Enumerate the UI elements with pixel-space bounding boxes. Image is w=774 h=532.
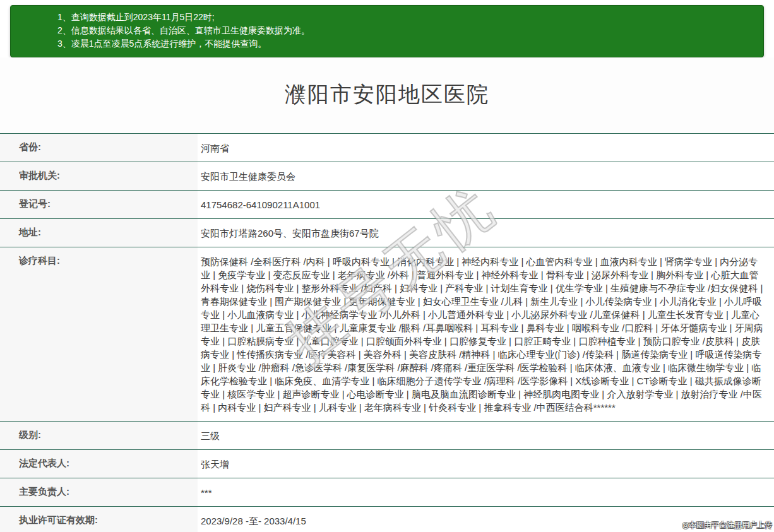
table-row-registration-number: 登记号: 41754682-641090211A1001 <box>0 191 774 219</box>
row-value: 2023/9/28 -至- 2033/4/15 <box>198 507 774 532</box>
table-row-level: 级别: 三级 <box>0 422 774 450</box>
table-row-province: 省份: 河南省 <box>0 134 774 162</box>
row-value: 张天增 <box>198 450 774 478</box>
row-label: 登记号: <box>0 191 198 218</box>
row-value: 河南省 <box>198 134 774 162</box>
table-row-principal: 主要负责人: *** <box>0 478 774 507</box>
row-label: 主要负责人: <box>0 478 198 506</box>
row-value: 41754682-641090211A1001 <box>198 191 774 218</box>
table-row-medical-departments: 诊疗科目: 预防保健科 /全科医疗科 /内科 | 呼吸内科专业 | 消化内科专业… <box>0 247 774 422</box>
row-label: 审批机关: <box>0 162 198 190</box>
table-row-address: 地址: 安阳市灯塔路260号、安阳市盘庚街67号院 <box>0 219 774 247</box>
table-row-approval-authority: 审批机关: 安阳市卫生健康委员会 <box>0 162 774 191</box>
row-label: 省份: <box>0 134 198 162</box>
row-label: 级别: <box>0 422 198 449</box>
row-value: 三级 <box>198 422 774 449</box>
row-label: 地址: <box>0 219 198 247</box>
row-label: 诊疗科目: <box>0 247 198 421</box>
table-row-legal-representative: 法定代表人: 张天增 <box>0 450 774 478</box>
page-title: 濮阳市安阳地区医院 <box>285 82 489 106</box>
notice-line-1: 1、查询数据截止到2023年11月5日22时; <box>57 11 751 24</box>
row-value: *** <box>198 478 774 506</box>
notice-line-2: 2、信息数据结果以各省、自治区、直辖市卫生健康委数据为准。 <box>57 24 751 37</box>
row-label: 执业许可证有效期: <box>0 507 198 532</box>
hospital-info-table: 省份: 河南省 审批机关: 安阳市卫生健康委员会 登记号: 41754682-6… <box>0 133 774 532</box>
row-value: 预防保健科 /全科医疗科 /内科 | 呼吸内科专业 | 消化内科专业 | 神经内… <box>198 247 774 421</box>
title-band: 濮阳市安阳地区医院 <box>0 57 774 133</box>
row-value: 安阳市灯塔路260号、安阳市盘庚街67号院 <box>198 219 774 247</box>
table-row-license-validity: 执业许可证有效期: 2023/9/28 -至- 2033/4/15 <box>0 507 774 532</box>
row-value: 安阳市卫生健康委员会 <box>198 162 774 190</box>
notice-banner: 1、查询数据截止到2023年11月5日22时; 2、信息数据结果以各省、自治区、… <box>10 5 764 57</box>
row-label: 法定代表人: <box>0 450 198 478</box>
notice-line-3: 3、凌晨1点至凌晨5点系统进行维护，不能提供查询。 <box>57 37 751 50</box>
